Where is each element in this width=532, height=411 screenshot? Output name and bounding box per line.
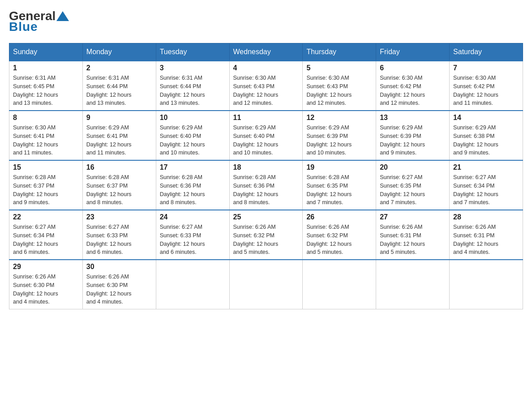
day-info: Sunrise: 6:30 AMSunset: 6:43 PMDaylight:… — [233, 74, 299, 107]
day-number: 28 — [453, 213, 519, 221]
calendar-cell: 16Sunrise: 6:28 AMSunset: 6:37 PMDayligh… — [82, 160, 156, 210]
calendar-cell: 25Sunrise: 6:26 AMSunset: 6:32 PMDayligh… — [229, 210, 303, 260]
calendar-cell: 6Sunrise: 6:30 AMSunset: 6:42 PMDaylight… — [376, 61, 450, 111]
day-info: Sunrise: 6:30 AMSunset: 6:42 PMDaylight:… — [380, 74, 446, 107]
calendar-cell: 17Sunrise: 6:28 AMSunset: 6:36 PMDayligh… — [156, 160, 229, 210]
day-info: Sunrise: 6:27 AMSunset: 6:33 PMDaylight:… — [160, 223, 226, 257]
logo: General Blue — [9, 9, 69, 34]
day-number: 21 — [453, 163, 519, 171]
week-row-4: 22Sunrise: 6:27 AMSunset: 6:34 PMDayligh… — [9, 210, 523, 260]
day-number: 23 — [86, 213, 152, 221]
day-info: Sunrise: 6:30 AMSunset: 6:43 PMDaylight:… — [306, 74, 372, 107]
day-info: Sunrise: 6:29 AMSunset: 6:38 PMDaylight:… — [453, 124, 519, 157]
calendar-cell: 22Sunrise: 6:27 AMSunset: 6:34 PMDayligh… — [9, 210, 83, 260]
day-info: Sunrise: 6:27 AMSunset: 6:34 PMDaylight:… — [453, 173, 519, 207]
week-row-1: 1Sunrise: 6:31 AMSunset: 6:45 PMDaylight… — [9, 61, 523, 111]
calendar-cell: 3Sunrise: 6:31 AMSunset: 6:44 PMDaylight… — [156, 61, 229, 111]
calendar-cell: 18Sunrise: 6:28 AMSunset: 6:36 PMDayligh… — [229, 160, 303, 210]
day-number: 22 — [13, 213, 79, 221]
day-number: 3 — [160, 64, 226, 72]
day-info: Sunrise: 6:26 AMSunset: 6:31 PMDaylight:… — [453, 223, 519, 257]
day-info: Sunrise: 6:29 AMSunset: 6:39 PMDaylight:… — [306, 124, 372, 157]
calendar-cell — [156, 260, 229, 309]
day-header-wednesday: Wednesday — [229, 43, 303, 61]
calendar-cell: 8Sunrise: 6:30 AMSunset: 6:41 PMDaylight… — [9, 111, 83, 160]
day-info: Sunrise: 6:30 AMSunset: 6:42 PMDaylight:… — [453, 74, 519, 107]
calendar-cell: 21Sunrise: 6:27 AMSunset: 6:34 PMDayligh… — [450, 160, 523, 210]
week-row-2: 8Sunrise: 6:30 AMSunset: 6:41 PMDaylight… — [9, 111, 523, 160]
calendar-table: SundayMondayTuesdayWednesdayThursdayFrid… — [9, 43, 523, 309]
day-number: 2 — [86, 64, 152, 72]
calendar-cell: 12Sunrise: 6:29 AMSunset: 6:39 PMDayligh… — [303, 111, 376, 160]
day-number: 29 — [13, 263, 79, 271]
day-number: 1 — [13, 64, 79, 72]
day-number: 12 — [306, 114, 372, 122]
day-number: 10 — [160, 114, 226, 122]
week-row-5: 29Sunrise: 6:26 AMSunset: 6:30 PMDayligh… — [9, 260, 523, 309]
day-info: Sunrise: 6:31 AMSunset: 6:45 PMDaylight:… — [13, 74, 79, 107]
day-info: Sunrise: 6:28 AMSunset: 6:36 PMDaylight:… — [233, 173, 299, 207]
calendar-cell: 5Sunrise: 6:30 AMSunset: 6:43 PMDaylight… — [303, 61, 376, 111]
calendar-cell: 23Sunrise: 6:27 AMSunset: 6:33 PMDayligh… — [82, 210, 156, 260]
calendar-cell: 24Sunrise: 6:27 AMSunset: 6:33 PMDayligh… — [156, 210, 229, 260]
day-number: 5 — [306, 64, 372, 72]
day-number: 24 — [160, 213, 226, 221]
calendar-cell — [229, 260, 303, 309]
logo-blue-text: Blue — [9, 20, 38, 34]
svg-marker-0 — [56, 11, 69, 21]
day-number: 11 — [233, 114, 299, 122]
day-info: Sunrise: 6:26 AMSunset: 6:30 PMDaylight:… — [13, 273, 79, 306]
day-number: 7 — [453, 64, 519, 72]
day-header-thursday: Thursday — [303, 43, 376, 61]
day-header-sunday: Sunday — [9, 43, 83, 61]
calendar-cell: 14Sunrise: 6:29 AMSunset: 6:38 PMDayligh… — [450, 111, 523, 160]
day-number: 15 — [13, 163, 79, 171]
calendar-cell: 29Sunrise: 6:26 AMSunset: 6:30 PMDayligh… — [9, 260, 83, 309]
day-info: Sunrise: 6:27 AMSunset: 6:35 PMDaylight:… — [380, 173, 446, 207]
day-info: Sunrise: 6:28 AMSunset: 6:37 PMDaylight:… — [86, 173, 152, 207]
day-info: Sunrise: 6:27 AMSunset: 6:33 PMDaylight:… — [86, 223, 152, 257]
calendar-header-row: SundayMondayTuesdayWednesdayThursdayFrid… — [9, 43, 523, 61]
day-number: 20 — [380, 163, 446, 171]
calendar-cell: 1Sunrise: 6:31 AMSunset: 6:45 PMDaylight… — [9, 61, 83, 111]
calendar-cell — [450, 260, 523, 309]
day-number: 18 — [233, 163, 299, 171]
day-number: 26 — [306, 213, 372, 221]
calendar-cell: 7Sunrise: 6:30 AMSunset: 6:42 PMDaylight… — [450, 61, 523, 111]
day-info: Sunrise: 6:27 AMSunset: 6:34 PMDaylight:… — [13, 223, 79, 257]
calendar-cell — [303, 260, 376, 309]
calendar-cell: 10Sunrise: 6:29 AMSunset: 6:40 PMDayligh… — [156, 111, 229, 160]
page-header: General Blue — [9, 9, 523, 34]
day-number: 27 — [380, 213, 446, 221]
calendar-cell — [376, 260, 450, 309]
logo-triangle-icon — [56, 11, 69, 21]
day-number: 6 — [380, 64, 446, 72]
day-info: Sunrise: 6:26 AMSunset: 6:32 PMDaylight:… — [306, 223, 372, 257]
calendar-cell: 2Sunrise: 6:31 AMSunset: 6:44 PMDaylight… — [82, 61, 156, 111]
calendar-cell: 9Sunrise: 6:29 AMSunset: 6:41 PMDaylight… — [82, 111, 156, 160]
day-number: 4 — [233, 64, 299, 72]
day-info: Sunrise: 6:29 AMSunset: 6:40 PMDaylight:… — [160, 124, 226, 157]
calendar-cell: 15Sunrise: 6:28 AMSunset: 6:37 PMDayligh… — [9, 160, 83, 210]
day-header-saturday: Saturday — [450, 43, 523, 61]
calendar-cell: 27Sunrise: 6:26 AMSunset: 6:31 PMDayligh… — [376, 210, 450, 260]
calendar-cell: 11Sunrise: 6:29 AMSunset: 6:40 PMDayligh… — [229, 111, 303, 160]
day-number: 16 — [86, 163, 152, 171]
day-info: Sunrise: 6:31 AMSunset: 6:44 PMDaylight:… — [160, 74, 226, 107]
day-info: Sunrise: 6:26 AMSunset: 6:32 PMDaylight:… — [233, 223, 299, 257]
day-number: 30 — [86, 263, 152, 271]
calendar-cell: 28Sunrise: 6:26 AMSunset: 6:31 PMDayligh… — [450, 210, 523, 260]
day-number: 9 — [86, 114, 152, 122]
day-info: Sunrise: 6:26 AMSunset: 6:30 PMDaylight:… — [86, 273, 152, 306]
calendar-cell: 4Sunrise: 6:30 AMSunset: 6:43 PMDaylight… — [229, 61, 303, 111]
calendar-cell: 26Sunrise: 6:26 AMSunset: 6:32 PMDayligh… — [303, 210, 376, 260]
day-info: Sunrise: 6:29 AMSunset: 6:39 PMDaylight:… — [380, 124, 446, 157]
day-info: Sunrise: 6:28 AMSunset: 6:37 PMDaylight:… — [13, 173, 79, 207]
week-row-3: 15Sunrise: 6:28 AMSunset: 6:37 PMDayligh… — [9, 160, 523, 210]
day-info: Sunrise: 6:28 AMSunset: 6:36 PMDaylight:… — [160, 173, 226, 207]
day-info: Sunrise: 6:28 AMSunset: 6:35 PMDaylight:… — [306, 173, 372, 207]
day-number: 19 — [306, 163, 372, 171]
day-info: Sunrise: 6:29 AMSunset: 6:40 PMDaylight:… — [233, 124, 299, 157]
day-info: Sunrise: 6:31 AMSunset: 6:44 PMDaylight:… — [86, 74, 152, 107]
calendar-cell: 20Sunrise: 6:27 AMSunset: 6:35 PMDayligh… — [376, 160, 450, 210]
